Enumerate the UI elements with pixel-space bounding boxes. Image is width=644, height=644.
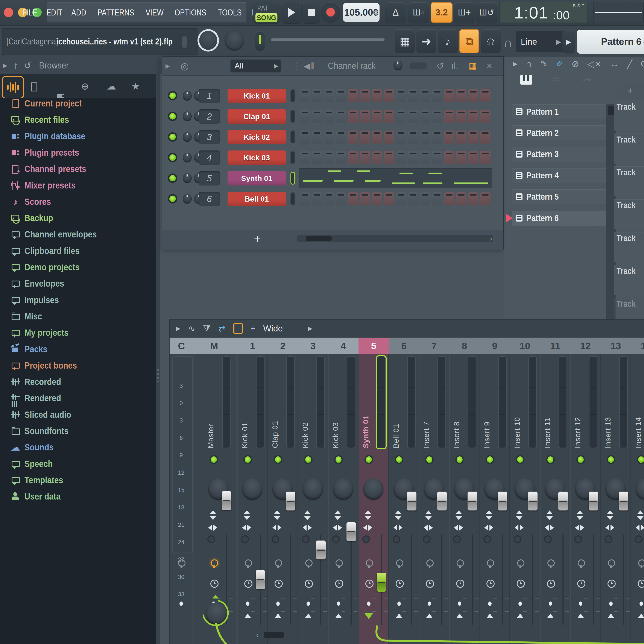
step-cell[interactable] (312, 151, 322, 164)
step-cell[interactable] (372, 110, 382, 123)
step-cell[interactable] (432, 110, 442, 123)
route-to-master-icon[interactable] (275, 614, 281, 618)
mixer-strip-insert-12[interactable]: Insert 12 (570, 354, 601, 644)
browser-item-plugin-database[interactable]: Plugin database (0, 130, 156, 142)
strip-eq-knob[interactable] (574, 535, 582, 543)
step-cell[interactable] (336, 192, 346, 205)
pan-left-icon[interactable] (333, 525, 337, 531)
browser-tab-web-icon[interactable]: ⊕ (80, 82, 90, 91)
browser-item-misc[interactable]: Misc (0, 310, 156, 322)
stop-button[interactable] (303, 2, 320, 23)
mixer-strip-kick-03[interactable]: Kick 03 (328, 354, 358, 644)
mixer-header-13[interactable]: 13 (601, 338, 631, 354)
channel-number[interactable]: 4 (199, 150, 220, 165)
pan-right-icon[interactable] (399, 525, 403, 531)
mixer-strip-insert-13[interactable]: Insert 13 (601, 354, 631, 644)
strip-eq-knob[interactable] (453, 535, 461, 543)
mixer-detach-icon[interactable] (233, 323, 243, 334)
rack-undo-icon[interactable]: ↺ (436, 61, 444, 71)
strip-clock-icon[interactable] (456, 580, 464, 588)
step-cell[interactable] (312, 192, 322, 205)
volume-fader[interactable] (377, 573, 386, 592)
step-cell[interactable] (348, 192, 358, 205)
playlist-slice-icon[interactable]: ╱ (627, 59, 632, 69)
strip-bulb-icon[interactable] (245, 559, 252, 567)
strip-bulb-icon[interactable] (336, 559, 343, 567)
play-button[interactable] (282, 2, 301, 23)
browser-resize-handle[interactable] (156, 57, 160, 644)
menu-patterns[interactable]: PATTERNS (97, 8, 134, 17)
master-pitch-slider[interactable] (255, 31, 265, 51)
strip-bulb-icon[interactable] (211, 559, 218, 567)
pattern-item-3[interactable]: Pattern 3 (512, 147, 608, 162)
pattern-selector-display[interactable]: Pattern 6 (577, 30, 644, 54)
mixer-strip-insert-10[interactable]: Insert 10 (510, 354, 540, 644)
strip-bulb-icon[interactable] (608, 559, 615, 567)
channel-button[interactable]: Kick 03 (228, 150, 286, 165)
browser-item-recorded[interactable]: Recorded (0, 376, 156, 388)
browser-item-envelopes[interactable]: Envelopes (0, 278, 156, 290)
stereo-sep-up-icon[interactable] (425, 510, 432, 514)
typing-keyboard-to-piano-button[interactable]: ▦ (395, 29, 415, 53)
browser-tab-files-icon[interactable] (29, 82, 39, 91)
step-cell[interactable] (384, 151, 394, 164)
pat-song-toggle[interactable]: PAT SONG (253, 2, 280, 23)
channel-number[interactable]: 3 (199, 130, 220, 144)
step-cell[interactable] (384, 131, 394, 144)
step-cell[interactable] (396, 110, 406, 123)
strip-clock-icon[interactable] (577, 580, 585, 588)
route-to-master-icon[interactable] (244, 614, 251, 618)
pan-right-icon[interactable] (368, 525, 372, 531)
browser-up-icon[interactable]: ↑ (13, 60, 18, 71)
pan-right-icon[interactable] (278, 525, 281, 531)
browser-undo-icon[interactable]: ↺ (24, 60, 31, 71)
playlist-track-header-5[interactable]: Track··· (614, 232, 644, 262)
playlist-mute-icon[interactable]: ◁⨯ (587, 59, 602, 69)
master-route-knob[interactable] (206, 602, 227, 625)
volume-fader[interactable] (619, 492, 628, 510)
mixer-header-2[interactable]: 2 (268, 338, 298, 354)
channel-mute-strip[interactable] (290, 151, 295, 164)
strip-bulb-icon[interactable] (457, 559, 464, 567)
strip-clock-icon[interactable] (244, 580, 252, 588)
mixer-strip-kick-01[interactable]: Kick 01 (237, 354, 268, 644)
step-cell[interactable] (360, 151, 370, 164)
channel-number[interactable]: 1 (199, 89, 220, 103)
step-cell[interactable] (396, 192, 406, 205)
channel-button[interactable]: Synth 01 (228, 171, 286, 185)
mixer-strip-current[interactable]: 303691215182124273033 (170, 354, 193, 644)
strip-clock-icon[interactable] (638, 580, 644, 588)
pan-left-icon[interactable] (454, 525, 458, 531)
rack-scroll-right-icon[interactable]: › (490, 234, 492, 243)
mixer-header-5[interactable]: 5 (358, 338, 389, 354)
stereo-sep-down-icon[interactable] (516, 516, 523, 520)
pattern-item-1[interactable]: Pattern 1 (512, 104, 608, 119)
channel-mute-strip[interactable] (290, 172, 295, 185)
step-cell[interactable] (348, 110, 358, 123)
strip-clock-icon[interactable] (396, 580, 404, 588)
strip-bulb-icon[interactable] (366, 559, 373, 567)
step-cell[interactable] (408, 89, 418, 102)
volume-fader[interactable] (346, 522, 356, 541)
browser-item-mixer-presets[interactable]: Mixer presets (0, 179, 156, 191)
stereo-sep-down-icon[interactable] (455, 516, 462, 520)
step-cell[interactable] (420, 151, 430, 164)
mixer-header-11[interactable]: 11 (540, 338, 570, 354)
step-cell[interactable] (324, 151, 334, 164)
step-cell[interactable] (432, 89, 442, 102)
route-to-master-icon[interactable] (638, 614, 644, 618)
channel-button[interactable]: Clap 01 (228, 109, 286, 124)
step-cell[interactable] (300, 151, 310, 164)
step-cell[interactable] (456, 89, 466, 102)
stereo-sep-up-icon[interactable] (516, 510, 523, 514)
pan-right-icon[interactable] (247, 525, 251, 531)
volume-fader[interactable] (498, 492, 507, 510)
channel-enable-led[interactable] (169, 196, 176, 202)
time-display[interactable]: 1:01 :00 B:S:T (499, 2, 588, 23)
route-source-arrow-icon[interactable] (364, 613, 374, 619)
mixer-header-9[interactable]: 9 (480, 338, 510, 354)
strip-eq-knob[interactable] (272, 535, 279, 543)
mixer-strip-insert-7[interactable]: Insert 7 (419, 354, 449, 644)
channel-pan-knob[interactable] (183, 91, 192, 101)
channel-pan-knob[interactable] (183, 153, 192, 163)
